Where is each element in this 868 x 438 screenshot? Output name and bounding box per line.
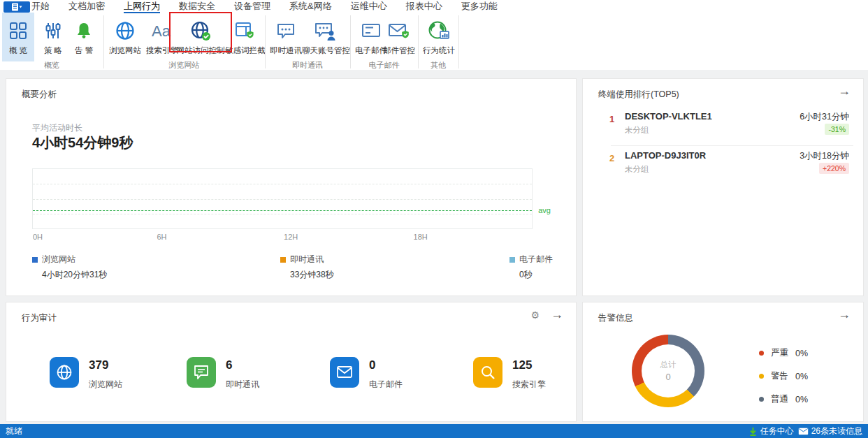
- svg-text:Aa: Aa: [152, 22, 171, 40]
- tab-system-network[interactable]: 系统&网络: [289, 0, 332, 13]
- tab-data-security[interactable]: 数据安全: [179, 0, 215, 13]
- globe-chart-icon: [421, 18, 457, 43]
- hostname: LAPTOP-D9J3IT0R: [625, 150, 706, 161]
- overview-grid-icon: [2, 18, 34, 43]
- legend-value: 33分钟38秒: [290, 269, 334, 281]
- ribbon-item-browse-website[interactable]: 浏览网站: [106, 18, 144, 56]
- x-axis-ticks: 0H 6H 12H 18H: [32, 233, 533, 242]
- legend-swatch: [32, 257, 38, 263]
- behavior-audit-card: 行为审计 ⚙ → 379 浏览网站 6 即时通讯 0 电子邮件 125 搜索引擎: [6, 302, 577, 422]
- stat-label: 即时通讯: [226, 379, 259, 390]
- unread-messages-button[interactable]: 26条未读信息: [798, 425, 862, 437]
- tab-device-management[interactable]: 设备管理: [234, 0, 270, 13]
- mail-icon: [330, 357, 359, 388]
- ribbon-item-overview[interactable]: 概 览: [2, 13, 34, 61]
- ribbon-item-label: 行为统计: [421, 45, 457, 56]
- legend-swatch: [509, 257, 515, 263]
- ribbon-item-site-access-control[interactable]: 网站访问控制: [172, 18, 229, 56]
- tab-more-functions[interactable]: 更多功能: [461, 0, 498, 13]
- tab-internet-behavior[interactable]: 上网行为: [124, 0, 160, 13]
- alarm-info-card: 告警信息 → 总计 0 严重 0% 警告 0% 普通 0%: [582, 302, 864, 422]
- group-label-overview: 概览: [0, 60, 103, 71]
- rank-number: 1: [609, 114, 614, 124]
- arrow-right-icon[interactable]: →: [551, 308, 563, 321]
- ribbon-header: 开始 文档加密 上网行为 数据安全 设备管理 系统&网络 运维中心 报表中心 更…: [0, 0, 868, 70]
- ribbon-item-label: 概 览: [2, 45, 34, 56]
- avg-activity-label: 平均活动时长: [32, 122, 82, 134]
- tab-ops-center[interactable]: 运维中心: [351, 0, 387, 13]
- menu-tabs: 开始 文档加密 上网行为 数据安全 设备管理 系统&网络 运维中心 报表中心 更…: [31, 0, 498, 14]
- card-title: 终端使用排行(TOP5): [598, 89, 679, 101]
- arrow-right-icon[interactable]: →: [838, 85, 851, 97]
- gridline: [33, 199, 532, 200]
- ribbon-item-label: 策 略: [39, 45, 67, 56]
- hostname: DESKTOP-VLKTLE1: [625, 111, 712, 122]
- page-shield-icon: [225, 18, 264, 43]
- menu-bar: 开始 文档加密 上网行为 数据安全 设备管理 系统&网络 运维中心 报表中心 更…: [0, 0, 868, 14]
- legend-value: 0%: [795, 349, 808, 358]
- donut-center-value: 0: [665, 372, 670, 382]
- status-bar: 就绪 任务中心 26条未读信息: [0, 424, 868, 438]
- stat-label: 电子邮件: [369, 379, 403, 390]
- alarm-legend-warning: 警告 0%: [759, 370, 808, 382]
- ribbon-toolbar: 概 览 策 略 告 警 浏览网站 Aa 搜索引擎 网站访问控制 敏感词拦截: [0, 14, 868, 70]
- legend-value: 0%: [795, 395, 808, 404]
- tab-start[interactable]: 开始: [31, 0, 50, 13]
- legend-item-email: 电子邮件 0秒: [509, 254, 553, 281]
- legend-label: 普通: [771, 393, 788, 405]
- stat-value: 6: [226, 358, 259, 372]
- host-group: 未分组: [625, 125, 649, 136]
- ribbon-item-instant-messaging[interactable]: 即时通讯: [268, 18, 303, 56]
- alarm-legend-normal: 普通 0%: [759, 393, 808, 405]
- legend-swatch: [280, 257, 286, 263]
- legend-label: 浏览网站: [42, 254, 75, 265]
- status-ready: 就绪: [6, 425, 22, 437]
- x-tick: 18H: [414, 233, 428, 241]
- app-menu-button[interactable]: [3, 1, 30, 13]
- stat-instant-messaging[interactable]: 6 即时通讯: [187, 357, 259, 390]
- legend-dot: [759, 374, 764, 379]
- task-center-button[interactable]: 任务中心: [748, 425, 794, 437]
- search-icon: [473, 357, 502, 388]
- group-label-instant-messaging: 即时通讯: [265, 60, 350, 71]
- stat-value: 379: [89, 358, 122, 372]
- legend-item-browse: 浏览网站 4小时20分钟31秒: [32, 254, 107, 281]
- legend-label: 即时通讯: [290, 254, 324, 265]
- card-title: 告警信息: [598, 312, 633, 324]
- sliders-icon: [39, 18, 67, 43]
- legend-label: 警告: [771, 370, 788, 382]
- ribbon-item-label: 网站访问控制: [172, 45, 229, 56]
- ribbon-item-mail-control[interactable]: 邮件管控: [382, 18, 416, 56]
- arrow-right-icon[interactable]: →: [838, 308, 851, 321]
- stat-search-engine[interactable]: 125 搜索引擎: [473, 357, 546, 390]
- legend-dot: [759, 397, 764, 402]
- ribbon-item-behavior-statistics[interactable]: 行为统计: [421, 18, 457, 56]
- stat-value: 125: [512, 358, 546, 372]
- legend-item-im: 即时通讯 33分钟38秒: [280, 254, 334, 281]
- task-center-label: 任务中心: [760, 425, 794, 437]
- mail-icon: [798, 428, 809, 435]
- usage-duration: 6小时31分钟: [800, 111, 849, 123]
- legend-dot: [759, 351, 764, 356]
- tab-report-center[interactable]: 报表中心: [406, 0, 442, 13]
- ribbon-item-label: 浏览网站: [106, 45, 144, 56]
- summary-analysis-card: 概要分析 平均活动时长 4小时54分钟9秒 avg 0H 6H 12H 18H …: [6, 78, 577, 296]
- legend-label: 电子邮件: [519, 254, 553, 265]
- ribbon-item-chat-account-control[interactable]: 聊天账号管控: [302, 18, 348, 56]
- ribbon-item-label: 邮件管控: [382, 45, 416, 56]
- stat-browse-website[interactable]: 379 浏览网站: [50, 357, 122, 390]
- card-title: 行为审计: [22, 312, 57, 324]
- gear-icon[interactable]: ⚙: [530, 310, 540, 320]
- change-badge: -31%: [825, 124, 849, 135]
- host-group: 未分组: [625, 164, 649, 175]
- ribbon-item-alert[interactable]: 告 警: [69, 18, 99, 56]
- stat-email[interactable]: 0 电子邮件: [330, 357, 403, 390]
- stat-label: 浏览网站: [89, 379, 122, 390]
- ribbon-item-policy[interactable]: 策 略: [39, 18, 67, 56]
- tab-doc-encryption[interactable]: 文档加密: [68, 0, 105, 13]
- gridline: [33, 184, 532, 184]
- ribbon-item-sensitive-word-block[interactable]: 敏感词拦截: [225, 18, 264, 56]
- usage-duration: 3小时18分钟: [800, 150, 849, 162]
- group-label-email: 电子邮件: [350, 60, 418, 71]
- change-badge: +220%: [819, 163, 849, 174]
